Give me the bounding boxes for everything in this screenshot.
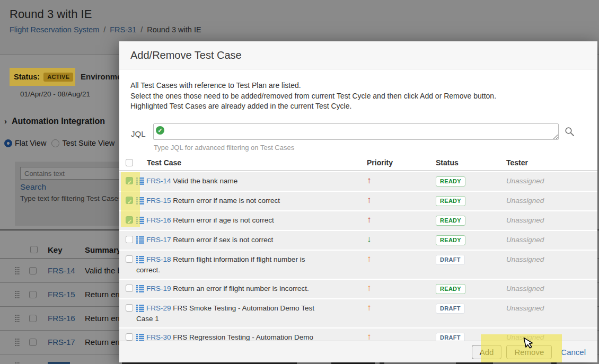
status-badge: DRAFT [436, 304, 465, 314]
status-label: Status: [14, 73, 40, 81]
test-case-cell: FRS-17 Return error if sex is not correc… [136, 235, 360, 245]
test-case-icon [136, 304, 144, 312]
test-case-cell: FRS-16 Return error if age is not correc… [136, 215, 360, 226]
test-case-key-link[interactable]: FRS-18 [146, 255, 171, 263]
test-case-cell: FRS-15 Return error if name is not corre… [136, 196, 360, 206]
app-root: Round 3 with IE Flight Reservation Syste… [0, 0, 599, 364]
cancel-link[interactable]: Cancel [561, 348, 586, 357]
test-case-icon [136, 197, 144, 205]
row-checkbox[interactable] [126, 236, 133, 243]
test-case-key-link[interactable]: FRS-30 [146, 333, 171, 341]
row-checkbox[interactable] [126, 285, 133, 292]
priority-arrow-icon: ↓ [367, 234, 372, 244]
priority-arrow-icon: ↑ [367, 283, 372, 293]
priority-arrow-icon: ↑ [367, 215, 372, 225]
status-highlight: Status: ACTIVE [10, 68, 75, 86]
dialog-header: Add/Remove Test Case [119, 41, 597, 69]
row-checkbox[interactable] [126, 304, 133, 312]
row-checkbox[interactable] [126, 216, 133, 224]
test-case-cell: FRS-29 FRS Smoke Testing - Automation De… [136, 303, 360, 324]
test-case-row: FRS-16 Return error if age is not correc… [119, 211, 597, 230]
select-all-checkbox[interactable] [126, 159, 133, 166]
test-case-key-link[interactable]: FRS-17 [146, 236, 171, 244]
tester-value: Unassigned [501, 235, 597, 245]
test-case-cell: FRS-19 Return an error if flight number … [136, 283, 360, 294]
test-case-summary: Return error if age is not correct [171, 216, 274, 224]
priority-column-header: Priority [360, 158, 429, 167]
search-icon[interactable] [565, 127, 575, 137]
dialog-title: Add/Remove Test Case [130, 49, 242, 61]
dialog-footer: Add Remove Cancel [119, 341, 597, 362]
priority-arrow-icon: ↑ [367, 195, 372, 205]
tester-value: Unassigned [501, 283, 597, 294]
test-case-icon [136, 177, 144, 185]
status-badge: READY [436, 196, 465, 206]
test-case-icon [136, 285, 144, 292]
jql-input[interactable] [153, 123, 559, 140]
status-badge: ACTIVE [43, 73, 73, 82]
test-case-cell: FRS-14 Valid the bank name [136, 176, 360, 187]
jql-label: JQL [131, 129, 146, 138]
jql-valid-check-icon [156, 126, 164, 135]
description-line: All Test Cases with reference to Test Pl… [130, 81, 587, 91]
row-checkbox[interactable] [126, 177, 133, 184]
priority-arrow-icon: ↑ [367, 175, 372, 185]
test-case-row: FRS-14 Valid the bank name ↑ READY Unass… [119, 172, 597, 191]
row-checkbox[interactable] [126, 255, 133, 263]
test-case-cell: FRS-18 Return flight information if flig… [136, 254, 360, 276]
test-case-icon [136, 236, 144, 244]
test-case-key-link[interactable]: FRS-14 [146, 177, 171, 185]
test-case-key-link[interactable]: FRS-19 [146, 285, 171, 292]
test-case-summary: Valid the bank name [171, 177, 238, 185]
test-case-row: FRS-18 Return flight information if flig… [119, 251, 597, 279]
row-checkbox[interactable] [126, 197, 133, 204]
test-case-column-header: Test Case [136, 158, 360, 167]
status-badge: READY [436, 284, 465, 294]
status-column-header: Status [429, 158, 501, 167]
description-line: Highlighted Test Cases are already added… [130, 101, 587, 112]
priority-arrow-icon: ↑ [367, 254, 372, 264]
test-case-row: FRS-29 FRS Smoke Testing - Automation De… [119, 299, 597, 327]
test-case-key-link[interactable]: FRS-16 [146, 216, 171, 224]
priority-arrow-icon: ↑ [367, 303, 372, 313]
test-case-summary: Return error if sex is not correct [171, 236, 274, 244]
test-case-summary: Return an error if flight number is inco… [171, 285, 309, 292]
row-checkbox[interactable] [126, 333, 133, 341]
add-button[interactable]: Add [472, 345, 502, 359]
tester-value: Unassigned [501, 303, 597, 314]
test-case-table-header: Test Case Priority Status Tester [119, 155, 597, 171]
status-badge: READY [436, 176, 465, 187]
remove-button[interactable]: Remove [506, 345, 552, 359]
dialog-description: All Test Cases with reference to Test Pl… [130, 81, 587, 112]
description-line: Select the ones those need to be added/r… [130, 91, 587, 102]
status-badge: READY [436, 235, 465, 245]
test-case-key-link[interactable]: FRS-29 [146, 304, 171, 312]
test-case-row: FRS-17 Return error if sex is not correc… [119, 231, 597, 250]
status-badge: DRAFT [436, 255, 465, 265]
test-case-summary: Return error if name is not correct [171, 197, 280, 205]
jql-field-wrap [153, 123, 559, 140]
test-case-row: FRS-19 Return an error if flight number … [119, 280, 597, 298]
tester-column-header: Tester [501, 158, 597, 167]
test-case-icon [136, 255, 144, 263]
tester-value: Unassigned [501, 215, 597, 226]
test-case-icon [136, 333, 144, 341]
tester-value: Unassigned [501, 254, 597, 265]
test-case-table-rows: FRS-14 Valid the bank name ↑ READY Unass… [119, 171, 597, 357]
test-case-row: FRS-15 Return error if name is not corre… [119, 192, 597, 210]
test-case-icon [136, 216, 144, 224]
add-remove-test-case-dialog: Add/Remove Test Case All Test Cases with… [119, 41, 597, 362]
test-case-key-link[interactable]: FRS-15 [146, 197, 171, 205]
jql-help-text: Type JQL for advanced filtering on Test … [154, 144, 294, 152]
tester-value: Unassigned [501, 176, 597, 187]
status-badge: READY [436, 216, 465, 226]
tester-value: Unassigned [501, 196, 597, 206]
